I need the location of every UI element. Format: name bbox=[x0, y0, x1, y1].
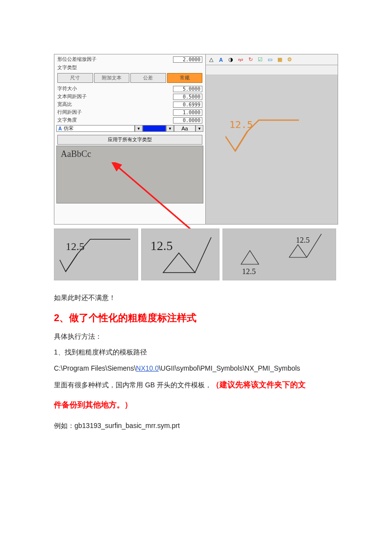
aspect-value[interactable]: 0.6999 bbox=[173, 101, 202, 108]
angle-label: 文字角度 bbox=[57, 117, 77, 124]
path-pre: C:\Program Files\Siemens\ bbox=[54, 364, 136, 372]
sample-dropdown-icon[interactable]: ▼ bbox=[196, 125, 203, 132]
tab-tolerance[interactable]: 公差 bbox=[130, 73, 166, 83]
checklist-icon[interactable]: ☑ bbox=[257, 56, 264, 63]
scale-factor-row: 形位公差缩放因子 2.0000 bbox=[55, 55, 204, 63]
font-name-text: 仿宋 bbox=[64, 125, 74, 132]
font-dropdown-icon[interactable]: ▼ bbox=[135, 125, 143, 132]
screenshot-panel: 形位公差缩放因子 2.0000 文字类型 尺寸 附加文本 公差 常规 字符大小 … bbox=[54, 54, 338, 225]
angle-value[interactable]: 0.0000 bbox=[173, 117, 202, 124]
text-gap-row: 文本间距因子 0.5000 bbox=[55, 93, 204, 101]
svg-line-3 bbox=[195, 237, 211, 273]
apply-all-button[interactable]: 应用于所有文字类型 bbox=[57, 135, 202, 145]
char-size-row: 字符大小 5.0000 bbox=[55, 85, 204, 93]
line-gap-label: 行间距因子 bbox=[57, 109, 82, 116]
note-plain: 里面有很多种样式，国内常用 GB 开头的文件模板， bbox=[54, 381, 212, 389]
tab-dimension[interactable]: 尺寸 bbox=[57, 73, 93, 83]
para-path: C:\Program Files\Siemens\NX10.0\UGII\sym… bbox=[54, 362, 338, 375]
angle-row: 文字角度 0.0000 bbox=[55, 116, 204, 124]
target-icon[interactable]: ◑ bbox=[227, 56, 234, 63]
svg-text:12.5: 12.5 bbox=[296, 236, 310, 244]
tab-row: 尺寸 附加文本 公差 常规 bbox=[55, 72, 204, 85]
font-glyph-icon: A bbox=[58, 126, 62, 131]
font-sample-button[interactable]: Aa bbox=[174, 125, 196, 132]
layers-icon[interactable]: ▦ bbox=[276, 56, 283, 63]
aspect-label: 宽高比 bbox=[57, 101, 72, 108]
ribbon-spacer bbox=[206, 65, 338, 75]
text-color-swatch[interactable] bbox=[143, 125, 166, 132]
roughness-symbol: 12.5 bbox=[225, 114, 314, 163]
scale-factor-value[interactable]: 2.0000 bbox=[173, 56, 202, 63]
graphics-viewport: △ A ◑ xyz ↻ ☑ ▭ ▦ ⚙ 12.5 bbox=[206, 54, 338, 225]
svg-text:12.5: 12.5 bbox=[242, 267, 256, 276]
font-select[interactable]: A 仿宋 bbox=[56, 125, 135, 132]
font-preview-box: AaBbCc bbox=[56, 146, 203, 203]
dialog-text-style: 形位公差缩放因子 2.0000 文字类型 尺寸 附加文本 公差 常规 字符大小 … bbox=[54, 54, 206, 225]
aspect-row: 宽高比 0.6999 bbox=[55, 101, 204, 108]
svg-line-4 bbox=[179, 235, 193, 253]
window-icon[interactable]: ▭ bbox=[267, 56, 273, 63]
heading-2: 2、做了个性化的粗糙度标注样式 bbox=[54, 308, 338, 327]
para-step1: 1、找到粗糙度样式的模板路径 bbox=[54, 346, 338, 359]
color-dropdown-icon[interactable]: ▼ bbox=[166, 125, 174, 132]
note-red-1: （建议先将该文件夹下的文 bbox=[212, 380, 306, 389]
viewport-toolbar: △ A ◑ xyz ↻ ☑ ▭ ▦ ⚙ bbox=[206, 54, 338, 65]
para-example: 例如：gb13193_surfin_basic_mrr.sym.prt bbox=[54, 419, 338, 432]
font-row: A 仿宋 ▼ ▼ Aa ▼ bbox=[55, 124, 204, 133]
tab-general[interactable]: 常规 bbox=[167, 73, 203, 83]
line-gap-value[interactable]: 1.0000 bbox=[173, 109, 202, 116]
line-gap-row: 行间距因子 1.0000 bbox=[55, 108, 204, 116]
preview-sample-text: AaBbCc bbox=[61, 149, 91, 159]
char-size-label: 字符大小 bbox=[57, 85, 77, 92]
thumbnail-2: 12.5 bbox=[141, 228, 220, 280]
tab-append-text[interactable]: 附加文本 bbox=[94, 73, 130, 83]
canvas-area[interactable]: 12.5 bbox=[206, 75, 338, 224]
para-intro: 如果此时还不满意！ bbox=[54, 291, 338, 304]
svg-text:12.5: 12.5 bbox=[150, 239, 173, 253]
thumbnail-3: 12.5 12.5 bbox=[222, 228, 336, 280]
text-a-icon[interactable]: A bbox=[218, 56, 224, 63]
nx-link[interactable]: NX10.0 bbox=[136, 364, 159, 372]
thumbnail-row: 12.5 12.5 12.5 12.5 bbox=[54, 228, 338, 280]
article-body: 如果此时还不满意！ 2、做了个性化的粗糙度标注样式 具体执行方法： 1、找到粗糙… bbox=[54, 291, 338, 432]
text-gap-value[interactable]: 0.5000 bbox=[173, 94, 202, 100]
svg-text:12.5: 12.5 bbox=[66, 240, 85, 252]
refresh-icon[interactable]: ↻ bbox=[247, 56, 254, 63]
section-label: 文字类型 bbox=[55, 63, 204, 72]
para-method: 具体执行方法： bbox=[54, 330, 338, 343]
svg-line-5 bbox=[259, 245, 269, 264]
note-red-2: 件备份到其他地方。） bbox=[54, 398, 338, 412]
triangle-icon[interactable]: △ bbox=[208, 56, 215, 63]
xyz-icon[interactable]: xyz bbox=[237, 56, 244, 63]
path-post: \UGII\symbol\PMI_Symbols\NX_PMI_Symbols bbox=[159, 364, 300, 372]
gear-icon[interactable]: ⚙ bbox=[286, 56, 293, 63]
para-note: 里面有很多种样式，国内常用 GB 开头的文件模板，（建议先将该文件夹下的文 bbox=[54, 378, 338, 392]
scale-factor-label: 形位公差缩放因子 bbox=[57, 56, 97, 63]
text-gap-label: 文本间距因子 bbox=[57, 93, 87, 100]
char-size-value[interactable]: 5.0000 bbox=[173, 86, 202, 92]
thumbnail-1: 12.5 bbox=[54, 228, 138, 280]
